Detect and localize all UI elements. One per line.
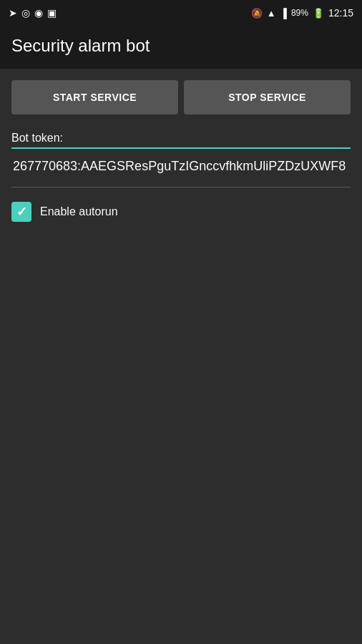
status-bar-right: 🔕 ▲ ▐ 89% 🔋 12:15 <box>251 7 353 19</box>
divider <box>11 187 351 187</box>
app-icon-1: ◉ <box>34 7 43 19</box>
stop-service-button[interactable]: STOP SERVICE <box>184 80 351 114</box>
main-content: START SERVICE STOP SERVICE Bot token: 26… <box>0 69 362 233</box>
page-title: Security alarm bot <box>11 36 351 56</box>
nav-icon: ➤ <box>9 7 17 19</box>
autorun-row[interactable]: ✓ Enable autorun <box>11 202 351 222</box>
autorun-checkbox[interactable]: ✓ <box>11 202 31 222</box>
battery-percent: 89% <box>291 8 308 18</box>
wifi-icon: ▲ <box>267 8 276 19</box>
checkmark-icon: ✓ <box>16 205 27 218</box>
sync-icon: ◎ <box>21 7 30 19</box>
signal-icon: ▐ <box>280 8 287 19</box>
bot-token-value[interactable]: 267770683:AAEGSResPguTzIGnccvfhkmUliPZDz… <box>11 157 351 175</box>
bot-token-label: Bot token: <box>11 132 351 145</box>
autorun-label: Enable autorun <box>40 205 118 218</box>
status-bar: ➤ ◎ ◉ ▣ 🔕 ▲ ▐ 89% 🔋 12:15 <box>0 0 362 26</box>
time-display: 12:15 <box>328 7 353 19</box>
title-bar: Security alarm bot <box>0 26 362 69</box>
service-button-row: START SERVICE STOP SERVICE <box>11 80 351 114</box>
battery-icon: 🔋 <box>313 8 324 19</box>
app-icon-2: ▣ <box>47 7 57 19</box>
status-bar-left: ➤ ◎ ◉ ▣ <box>9 7 57 19</box>
bot-token-field: Bot token: 267770683:AAEGSResPguTzIGnccv… <box>11 132 351 175</box>
mute-icon: 🔕 <box>251 8 263 19</box>
start-service-button[interactable]: START SERVICE <box>11 80 178 114</box>
field-underline <box>11 147 351 149</box>
